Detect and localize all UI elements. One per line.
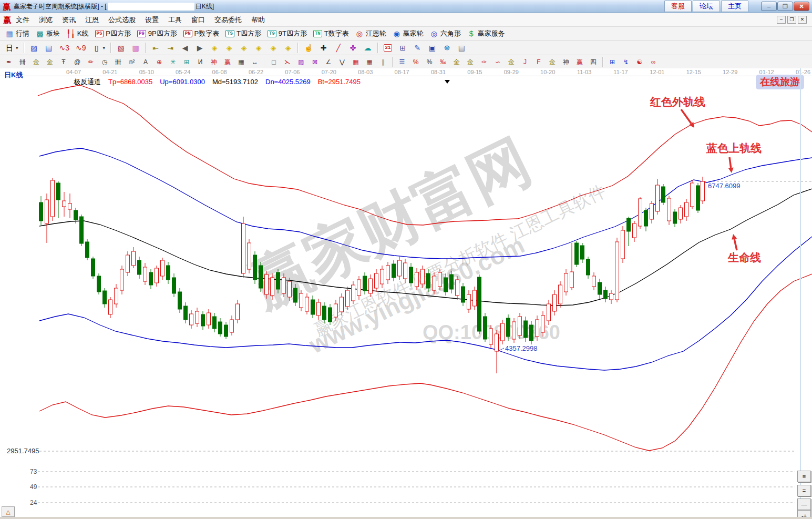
f-angle-button[interactable]: F bbox=[532, 58, 546, 66]
vee-tool-button[interactable]: ⋁ bbox=[335, 58, 349, 66]
sectors-button[interactable]: ▩板块 bbox=[33, 28, 63, 39]
web-sync-button[interactable]: ☸ bbox=[439, 43, 454, 53]
grid-cell-button[interactable]: ⊞ bbox=[605, 58, 619, 66]
life-line-note[interactable]: 生命线 bbox=[728, 250, 761, 265]
p-square-button[interactable]: PSP四方形 bbox=[92, 28, 134, 39]
menu-trade[interactable]: 交易委托 bbox=[210, 14, 246, 26]
candle-style-button[interactable]: ▯▾ bbox=[89, 43, 109, 53]
forum-button[interactable]: 论坛 bbox=[693, 1, 720, 12]
grid-circle-button[interactable]: ⊞ bbox=[180, 58, 193, 66]
gann-wheel-button[interactable]: ◎江恩轮 bbox=[352, 28, 389, 39]
ink-brush-button[interactable]: ✑ bbox=[477, 58, 491, 66]
menu-file[interactable]: 文件 bbox=[11, 14, 34, 26]
n-marks-button[interactable]: И bbox=[193, 58, 207, 66]
comb2-button[interactable]: 卌 bbox=[111, 58, 125, 66]
support-button[interactable]: 客服 bbox=[664, 1, 692, 12]
winner-wheel-button[interactable]: ◉赢家轮 bbox=[389, 28, 427, 39]
menu-stock-picker[interactable]: 公式选股 bbox=[104, 14, 140, 26]
wave-9-button[interactable]: ∿9 bbox=[73, 43, 89, 53]
quotes-button[interactable]: ▦行情 bbox=[2, 28, 33, 39]
brush-button[interactable]: ✒ bbox=[2, 58, 16, 66]
ying-angle-button[interactable]: 赢 bbox=[573, 58, 587, 66]
pane-one-line-button[interactable]: — bbox=[797, 498, 811, 510]
menu-news[interactable]: 资讯 bbox=[57, 14, 80, 26]
a-line-button[interactable]: A bbox=[139, 58, 152, 66]
first-bar-button[interactable]: ⇤ bbox=[148, 43, 163, 53]
pane-two-lines-button[interactable]: = bbox=[797, 485, 811, 496]
mdi-close-button[interactable]: ✕ bbox=[798, 16, 807, 24]
t-number-table-button[interactable]: TNT数字表 bbox=[310, 28, 352, 39]
chart-svg[interactable]: 赢家财富网赢家江恩软件 股票分析软件 江恩工具软件www.yingjia360.… bbox=[0, 68, 812, 519]
gann-diamond-left-button[interactable]: ◈ bbox=[207, 43, 222, 53]
gann-diamond-grid-button[interactable]: ◈ bbox=[281, 43, 295, 53]
star-circle-button[interactable]: ✳ bbox=[166, 58, 180, 66]
calculator-button[interactable]: ⊞ bbox=[395, 43, 410, 53]
taiji-button[interactable]: ☯ bbox=[633, 58, 646, 66]
region-stats-button[interactable]: ▨ bbox=[27, 43, 42, 53]
mini-chart-button[interactable]: ↯ bbox=[619, 58, 633, 66]
f-gauge-button[interactable]: Ŧ bbox=[57, 58, 70, 66]
ruler-grid-button[interactable]: ▦ bbox=[234, 58, 248, 66]
stock-name-tag[interactable]: 在线旅游 bbox=[756, 75, 804, 89]
comb-button[interactable]: 卌 bbox=[16, 58, 29, 66]
menu-help[interactable]: 帮助 bbox=[246, 14, 270, 26]
home-button[interactable]: 主页 bbox=[721, 1, 748, 12]
prev-bar-button[interactable]: ◀ bbox=[178, 43, 192, 53]
volume-profile-button[interactable]: ▥ bbox=[128, 43, 143, 53]
p-number-table-button[interactable]: PNP数字表 bbox=[180, 28, 222, 39]
gann-diamond-star-button[interactable]: ◈ bbox=[266, 43, 281, 53]
h-arrows-button[interactable]: ↔ bbox=[248, 58, 262, 66]
close-button[interactable]: ✕ bbox=[794, 2, 809, 11]
hexagon-button[interactable]: ◎六角形 bbox=[427, 28, 464, 39]
menu-browse[interactable]: 浏览 bbox=[34, 14, 57, 26]
gold-gauge-button[interactable]: 金 bbox=[29, 58, 43, 66]
wave-band-button[interactable]: ∽ bbox=[491, 58, 505, 66]
gann-diamond-right-button[interactable]: ◈ bbox=[222, 43, 237, 53]
chart-panel[interactable]: 赢家财富网赢家江恩软件 股票分析软件 江恩工具软件www.yingjia360.… bbox=[0, 68, 812, 519]
menu-tools[interactable]: 工具 bbox=[163, 14, 187, 26]
menu-settings[interactable]: 设置 bbox=[140, 14, 163, 26]
nine-p-square-button[interactable]: P99P四方形 bbox=[134, 28, 180, 39]
last-bar-button[interactable]: ⇥ bbox=[163, 43, 178, 53]
expand-subpanel-button[interactable]: △ bbox=[2, 506, 15, 517]
menu-window[interactable]: 窗口 bbox=[187, 14, 210, 26]
restore-button[interactable]: ❐ bbox=[777, 2, 793, 11]
gann-diamond-h-button[interactable]: ◈ bbox=[237, 43, 251, 53]
period-day-button[interactable]: 日▾ bbox=[2, 43, 22, 53]
wave-3-button[interactable]: ∿3 bbox=[56, 43, 73, 53]
calendar-button[interactable]: 21 bbox=[381, 43, 396, 53]
fan2-button[interactable]: ⊠ bbox=[308, 58, 322, 66]
angle-tool-button[interactable]: ∠ bbox=[322, 58, 335, 66]
frame-tool-button[interactable]: ◻ bbox=[267, 58, 281, 66]
nine-t-square-button[interactable]: T99T四方形 bbox=[264, 28, 310, 39]
pane-three-lines-button[interactable]: ≡ bbox=[797, 471, 811, 482]
save-button[interactable]: ▣ bbox=[425, 43, 439, 53]
pattern-mark-button[interactable]: ▧ bbox=[114, 43, 128, 53]
cloud-tool-button[interactable]: ☁ bbox=[361, 43, 375, 53]
gold-band-button[interactable]: 金 bbox=[464, 58, 477, 66]
n-square-button[interactable]: n² bbox=[125, 58, 139, 66]
pct-lines-button[interactable]: ‰ bbox=[436, 58, 450, 66]
gann-flower-button[interactable]: ✤ bbox=[346, 43, 361, 53]
shen-angle-button[interactable]: 神 bbox=[559, 58, 573, 66]
gold-coin-button[interactable]: 金 bbox=[450, 58, 464, 66]
pct-frame-button[interactable]: % bbox=[409, 58, 423, 66]
notes-button[interactable]: ✎ bbox=[410, 43, 425, 53]
j-angle-button[interactable]: J bbox=[518, 58, 532, 66]
next-bar-button[interactable]: ▶ bbox=[192, 43, 207, 53]
crosshair-tool-button[interactable]: ✚ bbox=[316, 43, 331, 53]
winner-service-button[interactable]: $赢家服务 bbox=[464, 28, 508, 39]
four-angle-button[interactable]: 四 bbox=[587, 58, 600, 66]
purple-fan-button[interactable]: ▨ bbox=[294, 58, 308, 66]
menu-gann[interactable]: 江恩 bbox=[80, 14, 104, 26]
mdi-restore-button[interactable]: ❐ bbox=[787, 16, 796, 24]
kline-button[interactable]: ╿╽K线 bbox=[63, 28, 92, 39]
gold-band2-button[interactable]: 金 bbox=[505, 58, 518, 66]
gann-circle-button[interactable]: ⊕ bbox=[152, 58, 166, 66]
trendline-tool-button[interactable]: ╱ bbox=[331, 43, 346, 53]
pct-button[interactable]: % bbox=[423, 58, 436, 66]
hand-tool-button[interactable]: ☝ bbox=[301, 43, 316, 53]
horizontal-scrollbar[interactable] bbox=[0, 517, 812, 519]
red-fan-button[interactable]: ⋋ bbox=[281, 58, 294, 66]
parallels-button[interactable]: ∥ bbox=[376, 58, 390, 66]
